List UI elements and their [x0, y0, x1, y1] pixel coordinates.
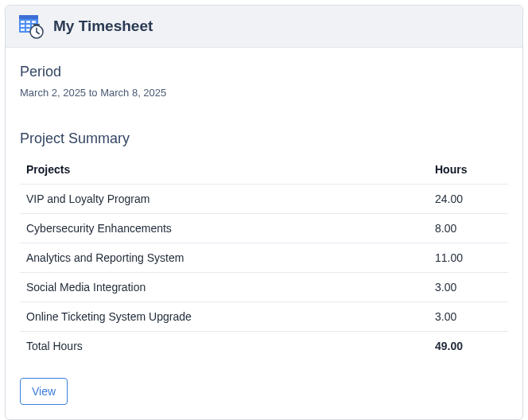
svg-rect-5 [21, 25, 25, 27]
svg-rect-8 [21, 29, 25, 31]
page-title: My Timesheet [53, 18, 153, 35]
project-summary-label: Project Summary [20, 130, 508, 147]
project-name: Online Ticketing System Upgrade [20, 302, 429, 332]
project-hours: 8.00 [429, 214, 508, 243]
total-row: Total Hours 49.00 [20, 332, 508, 361]
svg-rect-6 [26, 25, 30, 27]
timesheet-card: My Timesheet Period March 2, 2025 to Mar… [5, 5, 523, 420]
timesheet-icon [18, 14, 44, 39]
svg-rect-2 [21, 21, 25, 23]
card-body: Period March 2, 2025 to March 8, 2025 Pr… [6, 48, 522, 419]
project-hours: 11.00 [429, 243, 508, 273]
table-row: VIP and Loyalty Program 24.00 [20, 185, 508, 214]
card-header: My Timesheet [6, 6, 522, 48]
table-row: Analytics and Reporting System 11.00 [20, 243, 508, 273]
col-header-hours: Hours [429, 155, 508, 185]
project-summary-table: Projects Hours VIP and Loyalty Program 2… [20, 155, 508, 360]
total-label: Total Hours [20, 332, 429, 361]
project-hours: 3.00 [429, 302, 508, 332]
project-name: Analytics and Reporting System [20, 243, 429, 273]
table-row: Online Ticketing System Upgrade 3.00 [20, 302, 508, 332]
svg-rect-3 [26, 21, 30, 23]
svg-rect-4 [32, 21, 36, 23]
table-row: Cybersecurity Enhancements 8.00 [20, 214, 508, 243]
period-text: March 2, 2025 to March 8, 2025 [20, 87, 508, 99]
project-name: VIP and Loyalty Program [20, 185, 429, 214]
col-header-projects: Projects [20, 155, 429, 185]
project-name: Cybersecurity Enhancements [20, 214, 429, 243]
view-button[interactable]: View [20, 378, 68, 405]
period-label: Period [20, 64, 508, 80]
table-row: Social Media Integration 3.00 [20, 273, 508, 302]
project-hours: 3.00 [429, 273, 508, 302]
svg-rect-9 [26, 29, 30, 31]
project-hours: 24.00 [429, 185, 508, 214]
svg-rect-1 [19, 15, 38, 19]
svg-rect-11 [33, 24, 40, 25]
total-hours: 49.00 [429, 332, 508, 361]
project-name: Social Media Integration [20, 273, 429, 302]
